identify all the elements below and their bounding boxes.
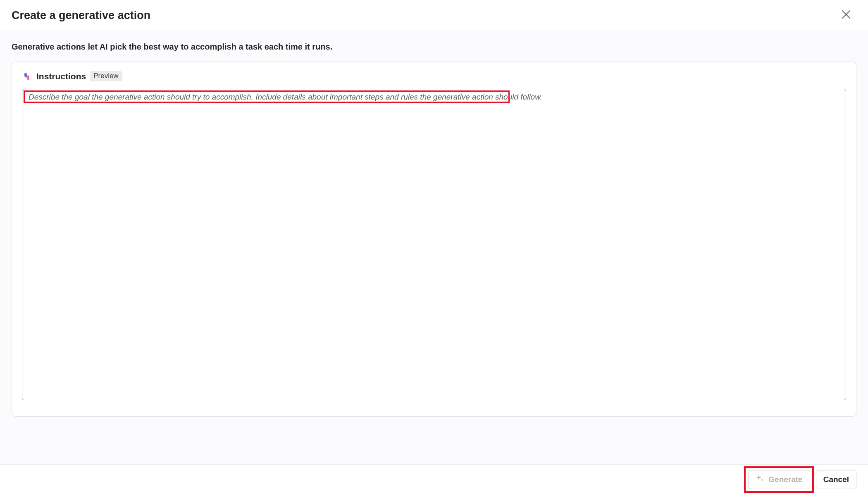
cancel-button-label: Cancel xyxy=(823,475,849,484)
dialog-body: Generative actions let AI pick the best … xyxy=(0,31,868,464)
dialog-header: Create a generative action xyxy=(0,0,868,31)
dialog-description: Generative actions let AI pick the best … xyxy=(12,42,856,52)
copilot-icon xyxy=(22,71,32,81)
instructions-card: Instructions Preview xyxy=(12,62,856,417)
close-button[interactable] xyxy=(838,7,854,24)
section-title: Instructions xyxy=(36,71,86,81)
cancel-button[interactable]: Cancel xyxy=(816,470,856,489)
instructions-input[interactable] xyxy=(22,89,846,400)
generate-button-label: Generate xyxy=(768,475,802,484)
dialog-footer: Generate Cancel xyxy=(0,464,868,494)
generate-button[interactable]: Generate xyxy=(748,470,810,489)
preview-badge: Preview xyxy=(90,71,122,81)
instructions-textarea-wrap xyxy=(22,89,846,400)
section-header: Instructions Preview xyxy=(22,71,846,81)
dialog-title: Create a generative action xyxy=(12,9,150,22)
close-icon xyxy=(842,10,851,21)
sparkle-icon xyxy=(756,474,764,485)
